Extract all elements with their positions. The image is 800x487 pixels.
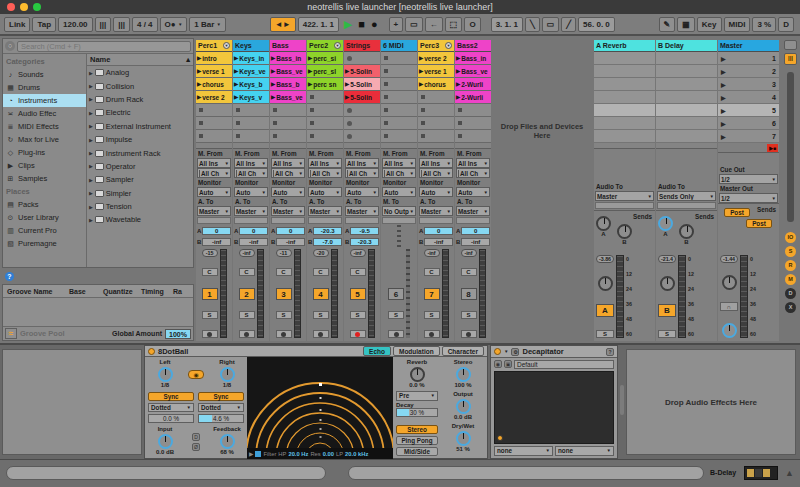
sidebar-item-max-for-live[interactable]: ↻Max for Live bbox=[3, 133, 86, 146]
input-type-select[interactable]: All Ins▼ bbox=[234, 158, 268, 168]
drop-audio-effects-zone[interactable]: Drop Audio Effects Here bbox=[626, 349, 796, 455]
drift-button[interactable]: D bbox=[192, 433, 200, 441]
help-icon[interactable]: ? bbox=[606, 348, 614, 356]
clip-play-icon[interactable]: ▶ bbox=[419, 55, 423, 61]
arm-button[interactable] bbox=[313, 330, 329, 338]
track-activator[interactable]: 3 bbox=[276, 288, 292, 300]
save-preset-icon[interactable]: ▣ bbox=[504, 360, 512, 368]
track-header[interactable]: Bass bbox=[270, 40, 306, 52]
empty-clip-slot[interactable] bbox=[307, 91, 343, 104]
clip-slot[interactable]: ▶verse 1 bbox=[418, 65, 454, 78]
monitor-select[interactable]: Auto▼ bbox=[197, 187, 231, 197]
track-header[interactable]: Keys bbox=[233, 40, 269, 52]
plugin-panel[interactable] bbox=[494, 371, 614, 444]
input-channel-select[interactable]: All Ch▼ bbox=[234, 168, 268, 178]
track-activator[interactable]: 5 bbox=[350, 288, 366, 300]
solo-button[interactable]: S bbox=[276, 311, 292, 319]
clip-slot[interactable]: ▶intro bbox=[196, 52, 232, 65]
clip-stop-icon[interactable] bbox=[236, 134, 240, 138]
output-select[interactable]: Master▼ bbox=[345, 206, 379, 216]
expand-icon[interactable]: ▶ bbox=[89, 217, 93, 223]
expand-icon[interactable]: ▶ bbox=[89, 163, 93, 169]
track-header[interactable]: B Delay bbox=[656, 40, 717, 52]
scene-play-icon[interactable]: ▶ bbox=[721, 107, 726, 114]
send-b-field[interactable]: -inf bbox=[424, 238, 453, 246]
empty-clip-slot[interactable] bbox=[381, 130, 417, 143]
reenable-automation-button[interactable]: ▭ bbox=[405, 17, 423, 32]
send-b-knob[interactable] bbox=[617, 224, 632, 239]
clip-record-icon[interactable] bbox=[347, 108, 352, 113]
lp-freq-field[interactable]: 20.0 kHz bbox=[345, 451, 368, 457]
preset-name-field[interactable]: Default bbox=[514, 360, 614, 369]
input-type-select[interactable]: All Ins▼ bbox=[271, 158, 305, 168]
clip-play-icon[interactable]: ▶ bbox=[308, 68, 312, 74]
output-select[interactable]: Master▼ bbox=[271, 206, 305, 216]
left-sync-mode-select[interactable]: Dotted▼ bbox=[148, 403, 194, 412]
input-type-select[interactable]: All Ins▼ bbox=[197, 158, 231, 168]
input-type-select[interactable]: All Ins▼ bbox=[456, 158, 490, 168]
link-button[interactable]: Link bbox=[4, 17, 30, 32]
clip-play-icon[interactable]: ▶ bbox=[308, 55, 312, 61]
track-header[interactable]: Perc1▼ bbox=[196, 40, 232, 52]
clip-stop-icon[interactable] bbox=[421, 121, 425, 125]
clip-play-icon[interactable]: ▶ bbox=[456, 55, 460, 61]
empty-clip-slot[interactable] bbox=[455, 117, 491, 130]
clip-play-icon[interactable]: ▶ bbox=[345, 94, 349, 100]
level-meter[interactable] bbox=[368, 249, 375, 338]
solo-button[interactable]: S bbox=[388, 311, 404, 319]
name-column-header[interactable]: Name▴ bbox=[87, 54, 193, 66]
mixer-view-icon[interactable]: ||| bbox=[784, 53, 797, 65]
empty-clip-slot[interactable] bbox=[455, 130, 491, 143]
back-to-arrangement-button[interactable]: ← bbox=[425, 17, 443, 32]
sidebar-item-sounds[interactable]: ♪Sounds bbox=[3, 68, 86, 81]
clip-slot[interactable]: ▶5-Solin bbox=[344, 78, 380, 91]
clip-stop-icon[interactable] bbox=[199, 108, 203, 112]
cue-out-select[interactable]: 1/2▼ bbox=[719, 174, 778, 184]
monitor-select[interactable]: Auto▼ bbox=[382, 187, 416, 197]
clip-record-icon[interactable] bbox=[347, 121, 352, 126]
clip-slot[interactable]: ▶chorus bbox=[196, 78, 232, 91]
arrangement-position-field[interactable]: 422. 1. 1 bbox=[298, 17, 339, 32]
clip-play-icon[interactable]: ▶ bbox=[271, 81, 275, 87]
solo-button[interactable]: S bbox=[202, 311, 218, 319]
empty-clip-slot[interactable] bbox=[418, 91, 454, 104]
send-a-knob[interactable] bbox=[658, 216, 673, 231]
clip-slot[interactable]: ▶Bass_ve bbox=[270, 91, 306, 104]
track-activator[interactable]: 4 bbox=[313, 288, 329, 300]
list-item[interactable]: ▶External Instrument bbox=[87, 120, 193, 133]
clip-slot[interactable]: ▶perc sn bbox=[307, 78, 343, 91]
pan-field[interactable]: C bbox=[424, 268, 440, 276]
clip-stop-icon[interactable] bbox=[273, 121, 277, 125]
solo-button[interactable]: S bbox=[239, 311, 255, 319]
scene-slot[interactable]: ▶4 bbox=[718, 91, 779, 104]
clip-slot[interactable]: ▶verse 2 bbox=[418, 52, 454, 65]
clip-stop-icon[interactable] bbox=[310, 95, 314, 99]
filter-play-icon[interactable]: ▶ bbox=[249, 451, 253, 457]
clip-play-icon[interactable]: ▶ bbox=[456, 81, 460, 87]
clip-slot[interactable]: ▶Keys_in bbox=[233, 52, 269, 65]
pan-field[interactable]: C bbox=[313, 268, 329, 276]
clip-play-icon[interactable]: ▶ bbox=[197, 81, 201, 87]
empty-clip-slot[interactable] bbox=[344, 104, 380, 117]
scene-overview-button[interactable] bbox=[784, 40, 797, 50]
scene-play-icon[interactable]: ▶ bbox=[721, 81, 726, 88]
empty-clip-slot[interactable] bbox=[307, 117, 343, 130]
random-header[interactable]: Ra bbox=[173, 288, 182, 295]
track-activator[interactable]: 8 bbox=[461, 288, 477, 300]
empty-clip-slot[interactable] bbox=[381, 91, 417, 104]
input-type-select[interactable]: All Ins▼ bbox=[419, 158, 453, 168]
device-power-button[interactable] bbox=[148, 348, 155, 355]
send-b-field[interactable]: -7.0 bbox=[313, 238, 342, 246]
clip-slot[interactable]: ▶verse 1 bbox=[196, 65, 232, 78]
clip-play-icon[interactable]: ▶ bbox=[234, 68, 238, 74]
monitor-select[interactable]: Auto▼ bbox=[456, 187, 490, 197]
volume-field[interactable]: -inf bbox=[350, 249, 366, 257]
scene-slot[interactable]: ▶6 bbox=[718, 117, 779, 130]
io-section-toggle[interactable]: IO bbox=[785, 232, 796, 243]
expand-icon[interactable]: ▶ bbox=[89, 137, 93, 143]
key-map-button[interactable]: Key bbox=[697, 17, 722, 32]
empty-clip-slot[interactable] bbox=[381, 52, 417, 65]
list-item[interactable]: ▶Simpler bbox=[87, 187, 193, 200]
empty-clip-slot[interactable] bbox=[270, 104, 306, 117]
clip-stop-icon[interactable] bbox=[421, 108, 425, 112]
